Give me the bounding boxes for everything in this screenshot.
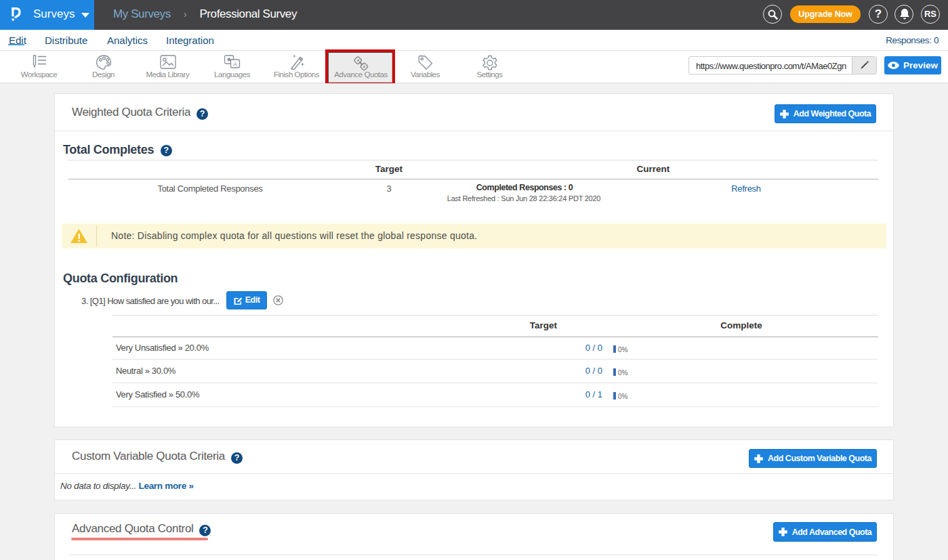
svg-text:A: A bbox=[233, 61, 237, 68]
